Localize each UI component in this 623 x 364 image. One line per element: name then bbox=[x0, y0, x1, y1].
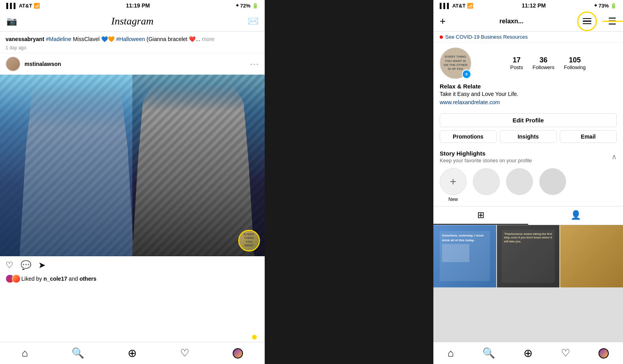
right-wifi-icon: 📶 bbox=[467, 3, 473, 9]
red-dot-icon bbox=[440, 36, 443, 39]
right-battery-icon: 🔋 bbox=[610, 3, 617, 9]
highlight-item-1[interactable] bbox=[473, 168, 500, 197]
phone-separator bbox=[265, 0, 433, 364]
commenter-name[interactable]: mstinalawson bbox=[24, 61, 61, 67]
author-name[interactable]: vanessabryant bbox=[6, 36, 44, 42]
website-link[interactable]: www.relaxandrelate.com bbox=[440, 99, 617, 105]
heart-nav-icon[interactable]: ♡ bbox=[180, 347, 189, 359]
grid-tab[interactable]: ⊞ bbox=[433, 206, 528, 225]
grid-cell-1[interactable]: Somehow, someway, I must drink all of th… bbox=[433, 225, 496, 288]
edit-profile-button[interactable]: Edit Profile bbox=[440, 113, 617, 127]
home-nav-icon[interactable]: ⌂ bbox=[22, 347, 28, 359]
hamburger-lines bbox=[583, 18, 591, 24]
tab-bar: ⊞ 👤 bbox=[433, 206, 623, 225]
grid-tab-icon: ⊞ bbox=[477, 210, 484, 220]
right-search-nav-icon[interactable]: 🔍 bbox=[482, 347, 495, 359]
highlight-circle-3[interactable] bbox=[539, 168, 566, 195]
add-story-button[interactable]: + bbox=[462, 69, 471, 79]
search-nav-icon[interactable]: 🔍 bbox=[72, 347, 84, 359]
hamburger-menu-button[interactable] bbox=[577, 11, 597, 31]
profile-buttons: Edit Profile Promotions Insights Email bbox=[433, 110, 623, 146]
right-status-bar: ▌▌▌ AT&T 📶 11:12 PM ⌖ 73% 🔋 bbox=[433, 0, 623, 11]
right-time-display: 11:12 PM bbox=[522, 2, 546, 9]
status-right: ⌖ 72% 🔋 bbox=[236, 2, 258, 9]
hamburger-line-3 bbox=[583, 23, 591, 24]
liked-by-row: Liked by n_cole17 and others bbox=[0, 273, 265, 286]
profile-info: EVERY THING YOU WANT IS ON THE OTHER SI … bbox=[433, 43, 623, 110]
hamburger-line-2 bbox=[583, 21, 591, 22]
highlights-row: + New bbox=[440, 168, 617, 202]
direct-icon[interactable]: ✉️ bbox=[248, 16, 258, 26]
commenter-avatar[interactable] bbox=[6, 56, 21, 71]
left-status-bar: ▌▌▌ AT&T 📶 11:19 PM ⌖ 72% 🔋 bbox=[0, 0, 265, 11]
highlights-subtitle: Keep your favorite stories on your profi… bbox=[440, 158, 532, 163]
hashtag-halloween[interactable]: #Halloween bbox=[116, 36, 145, 42]
highlight-circle-2[interactable] bbox=[506, 168, 533, 195]
more-options-icon[interactable]: ··· bbox=[250, 59, 259, 68]
battery-label: 72% bbox=[240, 3, 250, 9]
right-profile-nav-icon[interactable] bbox=[599, 348, 609, 358]
highlights-title: Story Highlights bbox=[440, 150, 532, 157]
liked-user[interactable]: n_cole17 bbox=[43, 276, 67, 282]
location-icon: ⌖ bbox=[236, 2, 239, 9]
right-phone: ▌▌▌ AT&T 📶 11:12 PM ⌖ 73% 🔋 + relaxn... bbox=[433, 0, 623, 364]
new-highlight-circle[interactable]: + bbox=[440, 168, 467, 195]
actions-bar: ♡ 💬 ➤ bbox=[0, 256, 265, 273]
story-highlights: Story Highlights Keep your favorite stor… bbox=[433, 146, 623, 206]
insights-button[interactable]: Insights bbox=[500, 130, 557, 143]
new-highlight-item[interactable]: + New bbox=[440, 168, 467, 202]
header-icons: ☰ bbox=[577, 11, 617, 31]
instagram-header: 📷 Instagram ✉️ bbox=[0, 11, 265, 32]
following-count: 105 bbox=[564, 56, 586, 64]
right-battery-label: 73% bbox=[599, 3, 609, 9]
promotions-button[interactable]: Promotions bbox=[440, 130, 497, 143]
caption-extra: (Gianna bracelet ❤️... bbox=[147, 36, 202, 42]
highlight-item-2[interactable] bbox=[506, 168, 533, 197]
hashtag-madeline[interactable]: #Madeline bbox=[46, 36, 72, 42]
following-stat[interactable]: 105 Following bbox=[564, 56, 586, 70]
hamburger-line-1 bbox=[583, 18, 591, 19]
email-button[interactable]: Email bbox=[560, 130, 617, 143]
followers-count: 36 bbox=[533, 56, 555, 64]
followers-stat[interactable]: 36 Followers bbox=[533, 56, 555, 70]
highlight-item-3[interactable] bbox=[539, 168, 566, 197]
followers-label: Followers bbox=[533, 64, 555, 70]
grid-cell-3[interactable] bbox=[560, 225, 623, 288]
share-icon[interactable]: ➤ bbox=[38, 260, 45, 270]
right-add-nav-icon[interactable]: ⊕ bbox=[523, 347, 533, 360]
profile-nav-icon[interactable] bbox=[233, 348, 243, 358]
profile-circle-overlay: EVERY THING YOU WANT bbox=[238, 230, 260, 251]
username-label[interactable]: relaxn... bbox=[499, 18, 523, 25]
time-display: 11:19 PM bbox=[126, 2, 150, 9]
photo-grid: Somehow, someway, I must drink all of th… bbox=[433, 225, 623, 342]
posts-count: 17 bbox=[510, 56, 523, 64]
right-status-left: ▌▌▌ AT&T 📶 bbox=[440, 3, 473, 9]
right-heart-nav-icon[interactable]: ♡ bbox=[561, 347, 570, 359]
liked-avatar-2 bbox=[12, 274, 21, 283]
tagged-tab[interactable]: 👤 bbox=[528, 206, 623, 225]
like-icon[interactable]: ♡ bbox=[6, 260, 13, 270]
caption-body: MissClavel 💙🧡 bbox=[73, 36, 115, 42]
right-signal-icon: ▌▌▌ bbox=[440, 3, 451, 9]
add-nav-icon[interactable]: ⊕ bbox=[128, 347, 137, 360]
right-location-icon: ⌖ bbox=[594, 2, 597, 9]
highlight-circle-1[interactable] bbox=[473, 168, 500, 195]
right-home-nav-icon[interactable]: ⌂ bbox=[448, 347, 454, 359]
right-status-right: ⌖ 73% 🔋 bbox=[594, 2, 617, 9]
more-link[interactable]: more bbox=[202, 36, 215, 42]
wifi-icon: 📶 bbox=[34, 3, 40, 9]
commenter-info: mstinalawson bbox=[6, 56, 61, 71]
avatar-text: EVERY THING YOU WANT IS ON THE OTHER SI … bbox=[443, 55, 468, 71]
new-highlight-label: New bbox=[440, 197, 467, 202]
grid-cell-2[interactable]: "Fearlessness means taking the first ste… bbox=[497, 225, 560, 288]
profile-header: + relaxn... ☰ bbox=[433, 11, 623, 32]
add-content-icon[interactable]: + bbox=[440, 15, 446, 27]
display-name: Relax & Relate bbox=[440, 83, 617, 90]
carrier-label: AT&T bbox=[19, 3, 32, 9]
highlights-collapse-icon[interactable]: ∧ bbox=[612, 152, 617, 161]
covid-banner[interactable]: See COVID-19 Business Resources bbox=[433, 32, 623, 43]
camera-icon[interactable]: 📷 bbox=[6, 16, 17, 26]
others-link[interactable]: others bbox=[79, 276, 96, 282]
comment-icon[interactable]: 💬 bbox=[21, 260, 31, 270]
action-buttons: Promotions Insights Email bbox=[440, 130, 617, 143]
